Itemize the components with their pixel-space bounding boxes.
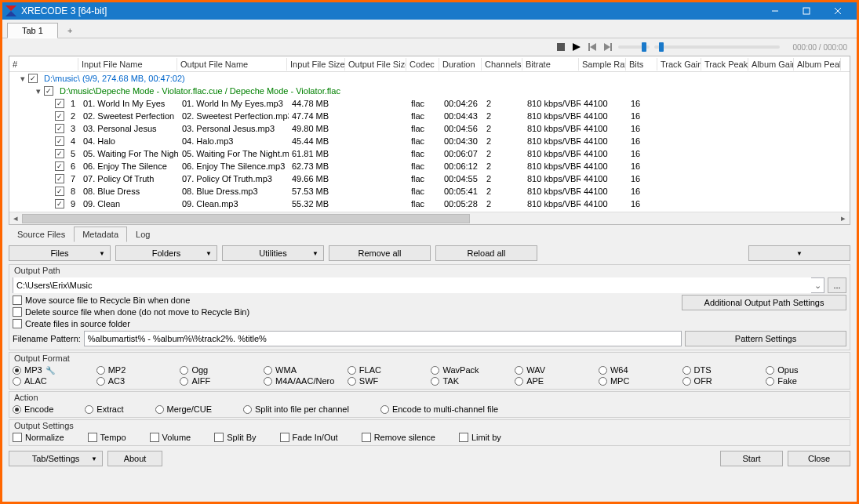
pattern-settings-button[interactable]: Pattern Settings [685,331,846,346]
setting-fadeinout[interactable]: Fade In/Out [280,433,338,442]
start-button[interactable]: Start [720,451,783,466]
setting-checkbox[interactable] [362,433,371,442]
column-header[interactable]: Input File Name [78,58,177,71]
format-radio[interactable] [13,377,21,386]
action-radio[interactable] [155,405,164,414]
column-header[interactable]: Input File Size [287,58,345,71]
column-header[interactable]: Track Peak [701,58,748,71]
format-radio[interactable] [264,377,272,386]
format-radio[interactable] [348,366,356,375]
action-extract[interactable]: Extract [85,404,123,414]
format-radio[interactable] [431,377,439,386]
format-mp3[interactable]: MP3🔧 [13,365,93,375]
column-header[interactable]: Channels [482,58,522,71]
setting-volume[interactable]: Volume [150,433,191,442]
action-encodetomultichannelfile[interactable]: Encode to multi-channel file [380,404,498,414]
format-radio[interactable] [264,366,272,375]
table-row[interactable]: ✓101. World In My Eyes01. World In My Ey… [9,97,850,110]
setting-checkbox[interactable] [13,433,22,442]
setting-normalize[interactable]: Normalize [13,433,64,442]
action-radio[interactable] [85,405,93,414]
action-radio[interactable] [243,405,252,414]
browse-button[interactable]: ... [828,277,846,293]
recycle-checkbox[interactable] [13,296,22,305]
maximize-button[interactable] [791,2,822,20]
prev-icon[interactable] [587,42,598,53]
format-radio[interactable] [766,377,774,386]
table-row[interactable]: ✓202. Sweetest Perfection02. Sweetest Pe… [9,110,850,122]
format-aiff[interactable]: AIFF [180,376,260,386]
setting-splitby[interactable]: Split By [214,433,256,442]
cue-row-label[interactable]: D:\music\Depeche Mode - Violator.flac.cu… [56,86,344,96]
format-radio[interactable] [13,366,21,375]
files-dropdown[interactable]: Files▼ [9,245,111,261]
action-radio[interactable] [13,405,21,414]
stop-icon[interactable] [555,42,566,53]
format-ac3[interactable]: AC3 [96,376,177,386]
additional-output-button[interactable]: Additional Output Path Settings [682,295,846,310]
close-app-button[interactable]: Close [788,451,850,466]
column-header[interactable]: Album Peak [794,58,841,71]
grid-hscrollbar[interactable]: ◂▸ [9,212,850,224]
format-radio[interactable] [682,377,691,386]
format-wma[interactable]: WMA [264,365,344,375]
seek-slider[interactable] [654,45,780,49]
setting-checkbox[interactable] [459,433,468,442]
column-header[interactable]: Sample Rate [579,58,626,71]
next-icon[interactable] [602,42,613,53]
setting-checkbox[interactable] [280,433,289,442]
delete-checkbox[interactable] [13,307,22,317]
add-tab-button[interactable]: + [60,24,80,38]
format-radio[interactable] [96,366,105,375]
action-radio[interactable] [380,405,389,414]
format-radio[interactable] [431,366,439,375]
column-header[interactable]: Album Gain [748,58,794,71]
format-wav[interactable]: WAV [515,365,595,375]
volume-slider[interactable] [618,45,650,49]
format-ofr[interactable]: OFR [682,376,763,386]
tab-metadata[interactable]: Metadata [74,227,127,242]
parent-checkbox[interactable]: ✓ [28,74,38,83]
pattern-input[interactable] [84,331,682,346]
format-radio[interactable] [96,377,105,386]
format-dts[interactable]: DTS [682,365,763,375]
column-header[interactable]: Output File Size [345,58,406,71]
format-tak[interactable]: TAK [431,376,511,386]
table-row[interactable]: ✓909. Clean09. Clean.mp355.32 MBflac00:0… [9,198,850,210]
column-header[interactable]: Duration [439,58,482,71]
row-checkbox[interactable]: ✓ [55,149,64,158]
action-splitintofileperchannel[interactable]: Split into file per channel [243,404,349,414]
format-radio[interactable] [180,377,188,386]
row-checkbox[interactable]: ✓ [55,111,64,121]
table-row[interactable]: ✓808. Blue Dress08. Blue Dress.mp357.53 … [9,185,850,198]
format-radio[interactable] [180,366,188,375]
parent-row-label[interactable]: D:\music\ (9/9, 274.68 MB, 00:47:02) [41,74,188,83]
format-radio[interactable] [599,366,607,375]
tab-settings-dropdown[interactable]: Tab/Settings▼ [9,451,103,466]
row-checkbox[interactable]: ✓ [55,199,64,208]
column-header[interactable]: Track Gain [657,58,701,71]
format-radio[interactable] [348,377,356,386]
format-m4aaacnero[interactable]: M4A/AAC/Nero [264,376,344,386]
tab-1[interactable]: Tab 1 [7,23,58,38]
column-header[interactable]: # [9,58,78,71]
about-button[interactable]: About [107,451,162,466]
row-checkbox[interactable]: ✓ [55,161,64,171]
format-ogg[interactable]: Ogg [180,365,260,375]
wrench-icon[interactable]: 🔧 [45,366,55,375]
collapse-toolbar-button[interactable]: ▼ [748,245,850,261]
table-row[interactable]: ✓606. Enjoy The Silence06. Enjoy The Sil… [9,160,850,172]
format-wavpack[interactable]: WavPack [431,365,511,375]
folders-dropdown[interactable]: Folders▼ [115,245,217,261]
minimize-button[interactable] [759,2,791,20]
format-w64[interactable]: W64 [599,365,679,375]
format-mp2[interactable]: MP2 [96,365,177,375]
format-mpc[interactable]: MPC [599,376,679,386]
format-swf[interactable]: SWF [348,376,428,386]
row-checkbox[interactable]: ✓ [55,124,64,133]
remove-all-button[interactable]: Remove all [329,245,431,261]
tab-log[interactable]: Log [127,227,158,242]
table-row[interactable]: ✓303. Personal Jesus03. Personal Jesus.m… [9,122,850,135]
column-header[interactable]: Bitrate [522,58,579,71]
format-radio[interactable] [599,377,607,386]
